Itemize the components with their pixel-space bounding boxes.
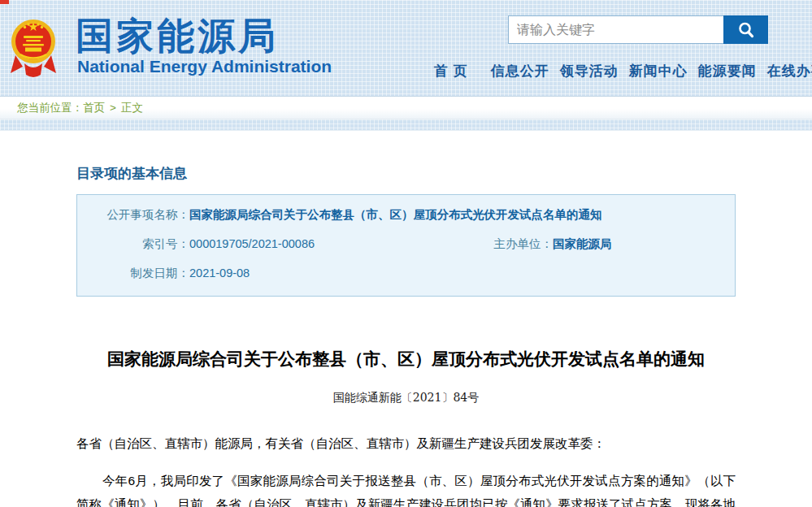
nav-item-home[interactable]: 首 页 <box>434 62 468 80</box>
site-title-en: National Energy Administration <box>77 57 332 76</box>
site-title-zh: 国家能源局 <box>76 11 279 62</box>
site-header: 国家能源局 National Energy Administration 首 页… <box>0 0 812 97</box>
document-number: 国能综通新能〔2021〕84号 <box>76 391 736 405</box>
nav-item-leadership[interactable]: 领导活动 <box>560 62 619 80</box>
search-icon <box>736 20 756 40</box>
breadcrumb-separator: > <box>110 102 116 114</box>
page: 国家能源局 National Energy Administration 首 页… <box>0 0 812 507</box>
search-input[interactable] <box>508 15 723 44</box>
catalog-heading: 目录项的基本信息 <box>76 164 736 183</box>
nav-item-info-open[interactable]: 信息公开 <box>491 62 549 80</box>
nav-item-online-services[interactable]: 在线办事 <box>767 62 812 80</box>
main-nav: 首 页 信息公开 领导活动 新闻中心 能源要闻 在线办事 <box>434 62 792 80</box>
corner-red-mark <box>0 0 9 4</box>
field-label-index: 索引号： <box>77 229 189 258</box>
field-value-index: 000019705/2021-00086 <box>189 229 475 258</box>
breadcrumb-current: 正文 <box>121 101 143 115</box>
nav-item-energy-news[interactable]: 能源要闻 <box>698 62 757 80</box>
info-row-date: 制发日期： 2021-09-08 <box>77 258 735 288</box>
field-label-date: 制发日期： <box>77 258 189 288</box>
catalog-info-box: 公开事项名称： 国家能源局综合司关于公布整县（市、区）屋顶分布式光伏开发试点名单… <box>76 194 736 297</box>
field-label-org: 主办单位： <box>475 229 553 258</box>
document-title: 国家能源局综合司关于公布整县（市、区）屋顶分布式光伏开发试点名单的通知 <box>76 348 736 370</box>
article-content: 目录项的基本信息 公开事项名称： 国家能源局综合司关于公布整县（市、区）屋顶分布… <box>0 164 812 507</box>
breadcrumb-prefix: 您当前位置： <box>17 101 83 115</box>
field-value-date: 2021-09-08 <box>189 258 250 288</box>
field-value-name: 国家能源局综合司关于公布整县（市、区）屋顶分布式光伏开发试点名单的通知 <box>189 200 602 229</box>
field-value-org: 国家能源局 <box>553 229 612 258</box>
breadcrumb-home-link[interactable]: 首页 <box>83 101 105 115</box>
info-row-index-org: 索引号： 000019705/2021-00086 主办单位： 国家能源局 <box>77 229 735 258</box>
divider-strip <box>0 119 812 131</box>
national-emblem-logo <box>10 15 57 81</box>
field-label-name: 公开事项名称： <box>77 200 189 229</box>
document-paragraph: 今年6月，我局印发了《国家能源局综合司关于报送整县（市、区）屋顶分布式光伏开发试… <box>76 469 736 507</box>
search-bar <box>508 15 768 44</box>
search-button[interactable] <box>723 15 768 44</box>
nav-item-news-center[interactable]: 新闻中心 <box>629 62 688 80</box>
breadcrumb: 您当前位置： 首页 > 正文 <box>0 97 812 119</box>
document-salutation: 各省（自治区、直辖市）能源局，有关省（自治区、直辖市）及新疆生产建设兵团发展改革… <box>76 431 736 455</box>
info-row-name: 公开事项名称： 国家能源局综合司关于公布整县（市、区）屋顶分布式光伏开发试点名单… <box>77 200 735 229</box>
